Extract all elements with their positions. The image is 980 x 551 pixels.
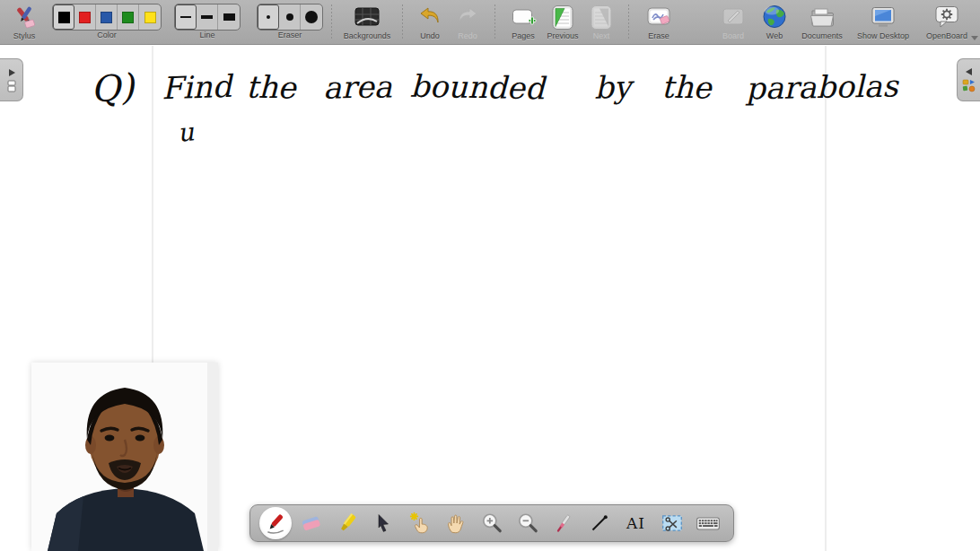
- line-tool-button[interactable]: [583, 507, 616, 539]
- top-toolbar: Stylus Color Line: [0, 0, 980, 45]
- selector-tool-button[interactable]: [367, 507, 399, 539]
- stylus-toolbar: AI: [249, 504, 734, 542]
- backgrounds-label: Backgrounds: [344, 31, 391, 41]
- open-hand-icon: [444, 512, 468, 535]
- stylus-button[interactable]: Stylus: [5, 3, 43, 41]
- previous-page-icon: [549, 3, 576, 31]
- backgrounds-button[interactable]: Backgrounds: [340, 3, 394, 41]
- redo-arrow-icon: [454, 3, 481, 31]
- redo-label: Redo: [458, 31, 477, 41]
- next-page-button[interactable]: Next: [582, 3, 620, 41]
- color-swatch-red[interactable]: [74, 4, 96, 30]
- handwritten-word: the: [661, 69, 712, 106]
- erase-label: Erase: [648, 31, 669, 41]
- toolbar-separator: [331, 4, 332, 40]
- stylus-pens-icon: [11, 3, 38, 31]
- virtual-keyboard-tool-button[interactable]: [692, 507, 724, 539]
- hand-pan-tool-button[interactable]: [440, 507, 472, 539]
- board-mode-label: Board: [722, 31, 744, 41]
- handwritten-word: Find: [161, 68, 232, 107]
- eraser-small-option[interactable]: [258, 4, 279, 30]
- redo-button[interactable]: Redo: [449, 3, 486, 41]
- eraser-group: Eraser: [257, 3, 323, 40]
- stylus-label: Stylus: [13, 31, 36, 41]
- interact-tool-button[interactable]: [404, 507, 436, 539]
- previous-page-label: Previous: [547, 31, 578, 41]
- next-page-label: Next: [593, 31, 610, 41]
- openboard-settings-icon: [932, 3, 961, 31]
- backgrounds-board-icon: [353, 3, 381, 31]
- right-library-tab[interactable]: [957, 58, 980, 101]
- whiteboard-canvas[interactable]: Q) Findtheareaboundedbytheparabolas u: [0, 46, 980, 551]
- line-thin-option[interactable]: [175, 4, 197, 30]
- line-label: Line: [199, 31, 214, 40]
- laser-pointer-icon: [552, 512, 575, 535]
- board-mode-button[interactable]: Board: [714, 3, 752, 41]
- openboard-menu-button[interactable]: OpenBoard: [919, 3, 975, 41]
- color-swatches: [52, 4, 162, 31]
- zoom-out-tool-button[interactable]: [512, 507, 544, 539]
- openboard-window: Stylus Color Line: [0, 0, 980, 551]
- documents-folder-icon: [808, 3, 836, 31]
- handwritten-word: the: [246, 69, 296, 106]
- show-desktop-button[interactable]: Show Desktop: [851, 3, 915, 41]
- color-swatch-green[interactable]: [118, 4, 139, 30]
- library-panel-icon: [962, 79, 976, 92]
- text-tool-icon: AI: [626, 514, 645, 532]
- line-icon: [589, 512, 610, 534]
- presenter-portrait: [31, 363, 218, 551]
- expand-right-icon: [7, 68, 16, 77]
- eraser-large-option[interactable]: [301, 4, 322, 30]
- handwritten-word: parabolas: [746, 68, 898, 107]
- zoom-in-tool-button[interactable]: [476, 507, 508, 539]
- undo-label: Undo: [420, 31, 440, 41]
- erase-button[interactable]: Erase: [637, 3, 680, 41]
- webcam-video[interactable]: [31, 363, 218, 551]
- handwritten-word: by: [594, 68, 632, 105]
- zoom-in-icon: [480, 512, 503, 535]
- web-button[interactable]: Web: [756, 3, 793, 41]
- pen-icon: [264, 512, 287, 535]
- openboard-menu-label: OpenBoard: [926, 31, 967, 41]
- color-swatch-black[interactable]: [53, 4, 74, 30]
- magic-hand-icon: [408, 512, 432, 535]
- eraser-options: [257, 4, 323, 31]
- hide-toolbar-arrow-icon[interactable]: [971, 36, 978, 40]
- handwritten-word: bounded: [409, 68, 544, 107]
- previous-page-button[interactable]: Previous: [543, 3, 582, 41]
- color-label: Color: [97, 31, 117, 40]
- board-mode-icon: [720, 3, 747, 31]
- pages-label: Pages: [512, 31, 535, 41]
- line-options: [174, 4, 241, 31]
- cursor-arrow-icon: [372, 512, 394, 534]
- eraser-tool-button[interactable]: [295, 507, 328, 539]
- web-label: Web: [766, 31, 783, 41]
- web-globe-icon: [761, 3, 788, 31]
- documents-button[interactable]: Documents: [797, 3, 847, 41]
- zoom-out-icon: [516, 512, 539, 535]
- left-panel-tab[interactable]: [0, 58, 23, 101]
- handwritten-question-label: Q): [89, 66, 135, 109]
- laser-pointer-tool-button[interactable]: [547, 507, 580, 539]
- pages-button[interactable]: Pages: [503, 3, 543, 41]
- toolbar-separator: [402, 4, 403, 40]
- highlighter-tool-button[interactable]: [331, 507, 363, 539]
- line-medium-option[interactable]: [197, 4, 218, 30]
- handwritten-partial-stroke: u: [176, 117, 195, 148]
- handwritten-question-text: Findtheareaboundedbytheparabolas: [162, 69, 898, 105]
- text-tool-button[interactable]: AI: [620, 507, 652, 539]
- documents-label: Documents: [801, 31, 843, 41]
- color-group: Color: [52, 3, 162, 40]
- eraser-medium-option[interactable]: [279, 4, 301, 30]
- show-desktop-label: Show Desktop: [857, 31, 909, 41]
- undo-button[interactable]: Undo: [411, 3, 449, 41]
- color-swatch-blue[interactable]: [96, 4, 118, 30]
- pages-panel-icon: [6, 80, 17, 92]
- line-thick-option[interactable]: [218, 4, 240, 30]
- toolbar-separator: [628, 4, 629, 40]
- capture-tool-button[interactable]: [656, 507, 688, 539]
- pen-tool-button[interactable]: [259, 507, 292, 539]
- add-page-icon: [510, 3, 537, 31]
- eraser-icon: [300, 512, 323, 535]
- color-swatch-yellow[interactable]: [139, 4, 161, 30]
